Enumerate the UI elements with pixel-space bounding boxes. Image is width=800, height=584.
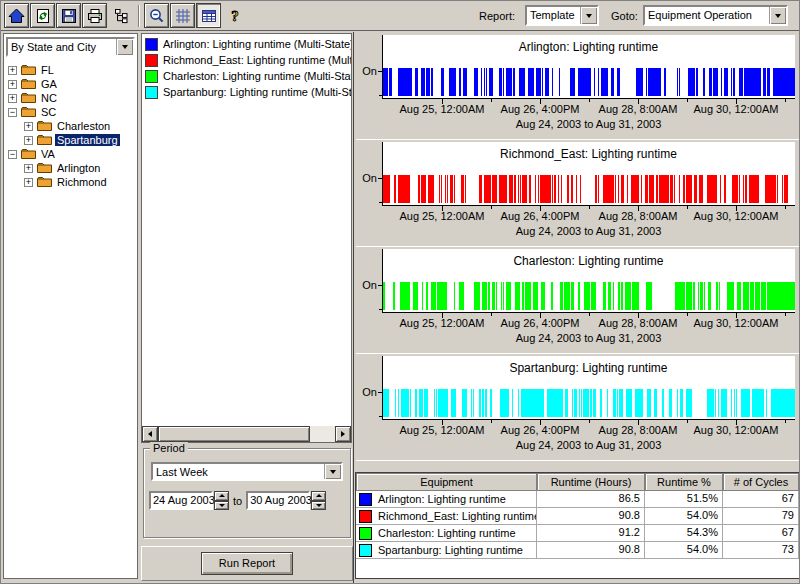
grid-button[interactable] <box>170 3 195 28</box>
tree-expander-toggle[interactable]: + <box>24 178 33 187</box>
tree-item-label[interactable]: FL <box>39 64 56 76</box>
tree-item-label[interactable]: VA <box>39 148 57 160</box>
period-preset-value[interactable]: Last Week <box>153 464 324 479</box>
table-row[interactable]: Charleston: Lighting runtime91.254.3%67 <box>356 525 799 542</box>
table-icon <box>201 8 217 24</box>
row-color-swatch <box>359 544 372 557</box>
y-axis-tick <box>378 392 382 393</box>
start-date-stepper[interactable] <box>214 491 229 510</box>
sidebar-item-fl[interactable]: +FL <box>6 63 135 77</box>
period-preset-combobox[interactable]: Last Week <box>151 462 343 481</box>
save-button[interactable] <box>56 3 81 28</box>
run-report-button[interactable]: Run Report <box>201 552 293 575</box>
tree-expander-toggle[interactable]: + <box>24 164 33 173</box>
x-axis-minor-tick <box>687 313 688 316</box>
help-button[interactable]: ? <box>222 3 247 28</box>
legend-item[interactable]: Richmond_East: Lighting runtime (Multi-S… <box>142 52 351 68</box>
scrollbar-track[interactable] <box>310 426 335 442</box>
scroll-left-button[interactable] <box>142 426 158 442</box>
report-region: Arlington: Lighting runtimeOnAug 25, 12:… <box>353 32 800 583</box>
run-report-panel: Run Report <box>141 546 353 581</box>
column-header-runtime-[interactable]: Runtime % <box>645 473 723 491</box>
home-button[interactable] <box>4 3 29 28</box>
goto-label: Goto: <box>611 10 638 22</box>
sidebar-item-sc[interactable]: −SC <box>6 105 135 119</box>
cycles-cell: 79 <box>723 508 799 524</box>
chevron-down-icon <box>122 45 128 49</box>
tree-item-label[interactable]: Spartanburg <box>55 134 120 146</box>
x-axis-tick-label: Aug 26, 4:00PM <box>488 103 592 115</box>
x-axis-minor-tick <box>687 99 688 102</box>
sidebar-item-arlington[interactable]: +Arlington <box>6 161 135 175</box>
tree-view-combobox[interactable]: By State and City <box>6 37 135 57</box>
tree-item-label[interactable]: Arlington <box>55 162 102 174</box>
sidebar-item-nc[interactable]: +NC <box>6 91 135 105</box>
goto-combobox-value[interactable]: Equipment Operation <box>645 7 769 24</box>
x-axis-minor-tick <box>687 420 688 423</box>
y-axis-tick <box>378 285 382 286</box>
tree-view-combobox-value[interactable]: By State and City <box>8 39 116 55</box>
spin-down-button[interactable] <box>214 501 229 511</box>
refresh-button[interactable] <box>30 3 55 28</box>
print-button[interactable] <box>82 3 107 28</box>
spin-up-button[interactable] <box>214 491 229 501</box>
zoom-out-button[interactable] <box>144 3 169 28</box>
tree-expander-toggle[interactable]: − <box>8 108 17 117</box>
legend-item[interactable]: Charleston: Lighting runtime (Multi-Stat… <box>142 68 351 84</box>
x-axis-tick-label: Aug 30, 12:00AM <box>684 103 788 115</box>
tree-expander-toggle[interactable]: + <box>24 122 33 131</box>
goto-combobox[interactable]: Equipment Operation <box>643 5 788 26</box>
svg-text:?: ? <box>231 8 239 24</box>
equipment-cell: Arlington: Lighting runtime <box>356 491 537 507</box>
report-combobox-dropdown-button[interactable] <box>580 7 597 24</box>
sidebar-item-spartanburg[interactable]: +Spartanburg <box>6 133 135 147</box>
tree-view-combobox-dropdown-button[interactable] <box>116 39 133 55</box>
legend-item[interactable]: Arlington: Lighting runtime (Multi-State… <box>142 36 351 52</box>
spin-down-button[interactable] <box>311 501 326 511</box>
report-combobox[interactable]: Template <box>525 5 599 26</box>
period-preset-dropdown-button[interactable] <box>324 464 341 479</box>
sidebar-item-charleston[interactable]: +Charleston <box>6 119 135 133</box>
legend-color-swatch <box>145 86 158 99</box>
start-date-field[interactable]: 24 Aug 2003 <box>149 491 213 510</box>
tree-item-label[interactable]: Charleston <box>55 120 112 132</box>
column-header-equipment[interactable]: Equipment <box>356 473 537 491</box>
tree-item-label[interactable]: Richmond <box>55 176 109 188</box>
tree-expander-toggle[interactable]: + <box>8 94 17 103</box>
sidebar-item-richmond[interactable]: +Richmond <box>6 175 135 189</box>
scroll-right-button[interactable] <box>335 426 351 442</box>
goto-combobox-dropdown-button[interactable] <box>769 7 786 24</box>
table-row[interactable]: Arlington: Lighting runtime86.551.5%67 <box>356 491 799 508</box>
sidebar-item-ga[interactable]: +GA <box>6 77 135 91</box>
legend-color-swatch <box>145 54 158 67</box>
hierarchy-icon <box>113 8 129 24</box>
column-header-runtime-hours-[interactable]: Runtime (Hours) <box>537 473 645 491</box>
scrollbar-thumb[interactable] <box>158 426 310 442</box>
tree-item-label[interactable]: NC <box>39 92 59 104</box>
tree-expander-toggle[interactable]: + <box>8 80 17 89</box>
column-header--of-cycles[interactable]: # of Cycles <box>723 473 799 491</box>
table-view-button[interactable] <box>196 3 221 28</box>
tree-expander-toggle[interactable]: + <box>24 136 33 145</box>
chevron-down-icon <box>775 14 781 18</box>
equipment-cell: Charleston: Lighting runtime <box>356 525 537 541</box>
end-date-field[interactable]: 30 Aug 2003 <box>246 491 310 510</box>
tree-item-label[interactable]: GA <box>39 78 59 90</box>
tree-item-label[interactable]: SC <box>39 106 58 118</box>
legend-item[interactable]: Spartanburg: Lighting runtime (Multi-Sta… <box>142 84 351 100</box>
spin-up-button[interactable] <box>311 491 326 501</box>
table-row[interactable]: Spartanburg: Lighting runtime90.854.0%73 <box>356 542 799 559</box>
triangle-up-icon <box>219 494 225 497</box>
table-row[interactable]: Richmond_East: Lighting runtime90.854.0%… <box>356 508 799 525</box>
y-axis-on-label: On <box>356 65 377 77</box>
sidebar-item-va[interactable]: −VA <box>6 147 135 161</box>
end-date-stepper[interactable] <box>311 491 326 510</box>
report-combobox-value[interactable]: Template <box>527 7 580 24</box>
legend-horizontal-scrollbar[interactable] <box>142 426 351 442</box>
runtime-hours-cell: 90.8 <box>537 508 645 524</box>
equipment-name: Arlington: Lighting runtime <box>378 492 506 507</box>
legend-item-label: Richmond_East: Lighting runtime (Multi-S… <box>163 54 351 66</box>
hierarchy-button[interactable] <box>108 3 133 28</box>
tree-expander-toggle[interactable]: − <box>8 150 17 159</box>
tree-expander-toggle[interactable]: + <box>8 66 17 75</box>
